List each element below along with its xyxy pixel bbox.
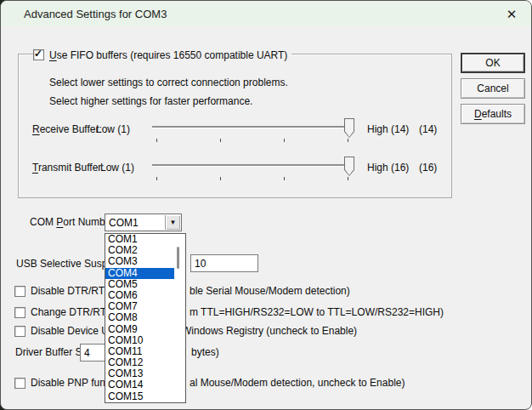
tick-mark xyxy=(284,139,285,142)
use-fifo-label: Use FIFO buffers (requires 16550 compati… xyxy=(49,49,287,61)
use-fifo-checkbox-row[interactable]: ✓ Use FIFO buffers (requires 16550 compa… xyxy=(33,48,291,61)
usb-suspend-input[interactable] xyxy=(190,254,258,272)
disable-device-usb-label-right: Windows Registry (uncheck to Enable) xyxy=(182,325,357,337)
dropdown-scrollbar[interactable] xyxy=(177,247,179,269)
change-dtr-rts-checkbox[interactable] xyxy=(14,307,25,318)
disable-device-usb-checkbox[interactable] xyxy=(14,326,25,337)
disable-dtr-rts-checkbox[interactable] xyxy=(14,286,25,297)
receive-slider-track[interactable] xyxy=(152,126,352,128)
com-port-combobox-value: COM1 xyxy=(109,217,139,229)
transmit-low-label: Low (1) xyxy=(100,162,134,174)
tick-mark xyxy=(284,177,285,180)
checkmark-icon: ✓ xyxy=(34,48,42,60)
transmit-high-label: High (16) xyxy=(367,162,409,174)
com-port-dropdown-list-items: COM1COM2COM3COM4COM5COM6COM7COM8COM9COM1… xyxy=(105,234,185,402)
defaults-button[interactable]: Defaults xyxy=(461,104,525,124)
com-port-dropdown-list: COM1COM2COM3COM4COM5COM6COM7COM8COM9COM1… xyxy=(105,233,186,403)
com-port-combobox[interactable]: COM1 ▼ xyxy=(105,214,182,231)
tick-mark xyxy=(156,139,157,142)
tick-mark xyxy=(156,177,157,180)
disable-dtr-rts-row[interactable]: Disable DTR/RTS I xyxy=(14,285,117,297)
titlebar: Advanced Settings for COM3 ✕ xyxy=(1,1,531,26)
tick-mark xyxy=(348,139,348,142)
dropdown-item-com10[interactable]: COM10 xyxy=(105,335,185,346)
select-higher-text: Select higher settings for faster perfor… xyxy=(49,95,252,107)
disable-pnp-label-right: al Mouse/Modem detection, uncheck to Ena… xyxy=(190,377,405,389)
change-dtr-rts-label-right: m TTL=HIGH/RS232=LOW to TTL=LOW/RS232=HI… xyxy=(190,306,444,318)
dropdown-item-com8[interactable]: COM8 xyxy=(105,312,185,323)
receive-value: (14) xyxy=(419,123,437,135)
disable-pnp-checkbox[interactable] xyxy=(14,378,25,389)
tick-mark xyxy=(220,177,221,180)
dropdown-item-com14[interactable]: COM14 xyxy=(105,379,185,390)
dropdown-item-com4[interactable]: COM4 xyxy=(105,268,174,279)
cancel-button[interactable]: Cancel xyxy=(461,78,525,99)
receive-high-label: High (14) xyxy=(367,123,409,135)
disable-dtr-rts-label-right: ble Serial Mouse/Modem detection) xyxy=(190,285,350,297)
close-icon[interactable]: ✕ xyxy=(503,6,520,23)
dropdown-item-com15[interactable]: COM15 xyxy=(105,391,185,402)
chevron-down-icon[interactable]: ▼ xyxy=(165,215,180,230)
dialog-title: Advanced Settings for COM3 xyxy=(24,8,167,20)
tick-mark xyxy=(348,177,348,180)
transmit-value: (16) xyxy=(419,162,437,174)
select-lower-text: Select lower settings to correct connect… xyxy=(49,77,288,88)
receive-slider-thumb[interactable] xyxy=(344,118,354,138)
receive-buffer-label: Receive Buffer: xyxy=(32,123,102,135)
transmit-buffer-label: Transmit Buffer: xyxy=(32,162,105,174)
tick-mark xyxy=(220,139,221,142)
transmit-slider-track[interactable] xyxy=(152,164,352,167)
driver-buffer-size-label-right: bytes) xyxy=(191,346,219,358)
dropdown-item-com3[interactable]: COM3 xyxy=(105,256,185,267)
receive-low-label: Low (1) xyxy=(96,123,130,135)
dropdown-item-com9[interactable]: COM9 xyxy=(105,324,185,335)
use-fifo-checkbox[interactable]: ✓ xyxy=(33,49,44,60)
advanced-settings-dialog: Advanced Settings for COM3 ✕ ✓ Use FIFO … xyxy=(0,0,532,410)
transmit-slider-thumb[interactable] xyxy=(344,157,354,176)
dropdown-item-com5[interactable]: COM5 xyxy=(105,279,185,290)
ok-button[interactable]: OK xyxy=(461,53,525,73)
